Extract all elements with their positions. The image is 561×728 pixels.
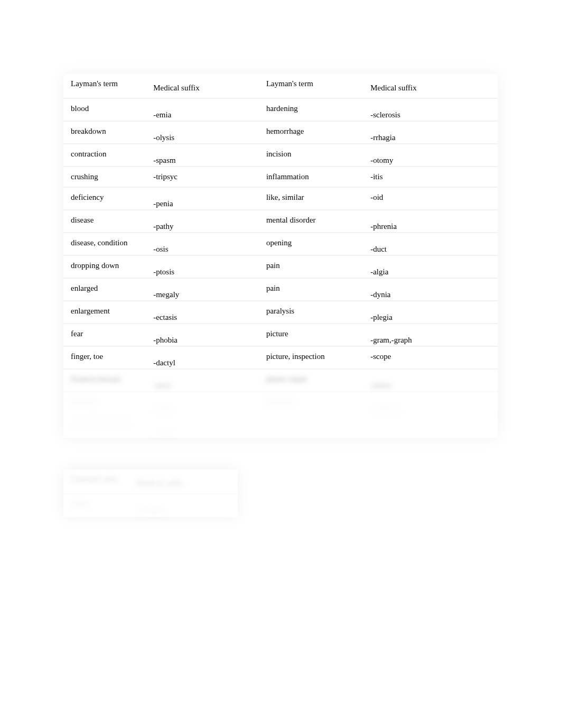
table-cell: -pathy bbox=[146, 210, 259, 233]
table-cell: disease, condition bbox=[63, 233, 146, 255]
table-cell: -sclerosis bbox=[363, 98, 498, 121]
table-cell: crushing bbox=[63, 167, 146, 187]
cell-text: -duct bbox=[370, 245, 387, 253]
header-label: Medical suffix bbox=[153, 84, 200, 92]
cell-text: blood bbox=[71, 104, 89, 113]
table-cell: hardening bbox=[259, 98, 363, 121]
table-cell: -phrenia bbox=[363, 210, 498, 233]
cell-text: -emia bbox=[153, 110, 171, 119]
table-cell: flowing bbox=[63, 392, 146, 414]
table-cell: puncture bbox=[259, 392, 363, 414]
cell-text: disease bbox=[71, 216, 94, 224]
cell-text: breakdown bbox=[71, 127, 106, 135]
cell-text: opening bbox=[266, 238, 292, 247]
header-label: Layman's term bbox=[71, 79, 118, 88]
main-table-container: Layman's term Medical suffix Layman's te… bbox=[63, 74, 498, 438]
cell-text: -scope bbox=[370, 352, 391, 361]
cell-text: -itis bbox=[370, 172, 382, 181]
table-row: tumor -rrhaphy bbox=[63, 494, 238, 517]
table-cell: -oid bbox=[363, 187, 498, 210]
table-cell: -centesis bbox=[363, 392, 498, 414]
cell-text: -plasia bbox=[153, 427, 174, 435]
cell-text: contraction bbox=[71, 150, 106, 158]
cell-text: incision bbox=[266, 150, 292, 158]
table-cell: enlarged bbox=[63, 278, 146, 301]
cell-text: dropping down bbox=[71, 261, 119, 270]
table-row: fixation (tissue)-pexyplastic repair-pla… bbox=[63, 369, 498, 392]
table-row: finger, toe-dactylpicture, inspection-sc… bbox=[63, 346, 498, 369]
cell-text: -pathy bbox=[153, 222, 173, 231]
cell-text: puncture bbox=[266, 398, 294, 406]
cell-text: hardening bbox=[266, 104, 298, 113]
table-cell: picture, inspection bbox=[259, 346, 363, 369]
cell-text: flowing bbox=[71, 398, 96, 406]
table-cell: -pexy bbox=[146, 369, 259, 392]
header-label: Layman's term bbox=[266, 79, 313, 88]
header-cell: Layman's term bbox=[259, 74, 363, 98]
table-cell: -dactyl bbox=[146, 346, 259, 369]
table-cell: enlargement bbox=[63, 301, 146, 324]
table-cell: opening bbox=[259, 233, 363, 255]
table-cell: hemorrhage bbox=[259, 121, 363, 144]
table-cell: -spasm bbox=[146, 144, 259, 167]
cell-text: -rrhea bbox=[153, 404, 172, 412]
table-cell: -rrhaphy bbox=[129, 494, 238, 517]
cell-text: -oid bbox=[370, 193, 383, 201]
table-cell: -algia bbox=[363, 255, 498, 278]
table-cell: pain bbox=[259, 278, 363, 301]
header-cell: Layman's term bbox=[63, 469, 129, 494]
table-cell: -gram,-graph bbox=[363, 324, 498, 346]
table-cell: growth (abnormal) bbox=[63, 414, 146, 437]
table-row: fear-phobiapicture-gram,-graph bbox=[63, 324, 498, 346]
table-cell: incision bbox=[259, 144, 363, 167]
cell-text: like, similar bbox=[266, 193, 304, 201]
table-cell: -dynia bbox=[363, 278, 498, 301]
cell-text: finger, toe bbox=[71, 352, 103, 361]
cell-text: -rrhaphy bbox=[137, 506, 164, 514]
cell-text: -pexy bbox=[153, 381, 171, 390]
table-cell: disease bbox=[63, 210, 146, 233]
cell-text: deficiency bbox=[71, 193, 104, 201]
table-row: contraction-spasmincision-otomy bbox=[63, 144, 498, 167]
table-cell: -plasia bbox=[146, 414, 259, 437]
cell-text: enlarged bbox=[71, 284, 98, 292]
cell-text: hemorrhage bbox=[266, 127, 304, 135]
table-cell: -rrhagia bbox=[363, 121, 498, 144]
cell-text: -osis bbox=[153, 245, 168, 253]
table-row: enlargement-ectasisparalysis-plegia bbox=[63, 301, 498, 324]
cell-text: -gram,-graph bbox=[370, 336, 412, 344]
table-cell: dropping down bbox=[63, 255, 146, 278]
table-cell: contraction bbox=[63, 144, 146, 167]
table-cell bbox=[363, 414, 498, 437]
cell-text: enlargement bbox=[71, 307, 110, 315]
cell-text: -sclerosis bbox=[370, 110, 400, 119]
cell-text: pain bbox=[266, 261, 280, 270]
table-cell: tumor bbox=[63, 494, 129, 517]
cell-text: -otomy bbox=[370, 156, 393, 164]
table-cell: -itis bbox=[363, 167, 498, 187]
table-cell: -plasty bbox=[363, 369, 498, 392]
cell-text: -tripsyc bbox=[153, 172, 177, 181]
table-cell: -duct bbox=[363, 233, 498, 255]
cell-text: -dactyl bbox=[153, 358, 175, 367]
header-cell: Medical suffix bbox=[363, 74, 498, 98]
table-cell: plastic repair bbox=[259, 369, 363, 392]
table-cell: -penia bbox=[146, 187, 259, 210]
table-cell: inflammation bbox=[259, 167, 363, 187]
cell-text: -centesis bbox=[370, 404, 398, 412]
table-row: deficiency-penialike, similar-oid bbox=[63, 187, 498, 210]
table-row: disease-pathymental disorder-phrenia bbox=[63, 210, 498, 233]
table-cell bbox=[259, 414, 363, 437]
header-label: Layman's term bbox=[71, 475, 118, 483]
table-cell: -tripsyc bbox=[146, 167, 259, 187]
table-cell: picture bbox=[259, 324, 363, 346]
table-row: enlarged-megalypain-dynia bbox=[63, 278, 498, 301]
table-cell: pain bbox=[259, 255, 363, 278]
table-cell: paralysis bbox=[259, 301, 363, 324]
table-header-row: Layman's term Medical suffix bbox=[63, 469, 238, 494]
cell-text: disease, condition bbox=[71, 238, 127, 247]
table-cell: like, similar bbox=[259, 187, 363, 210]
table-row: growth (abnormal)-plasia bbox=[63, 414, 498, 437]
cell-text: -plasty bbox=[370, 381, 392, 390]
table-cell: -ptosis bbox=[146, 255, 259, 278]
